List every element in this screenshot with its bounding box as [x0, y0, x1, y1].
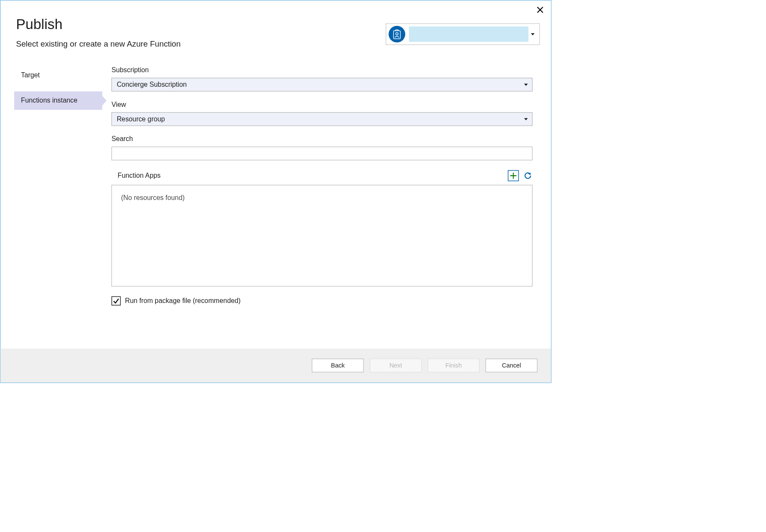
check-icon [113, 297, 120, 304]
function-apps-header: Function Apps [112, 170, 532, 181]
run-from-package-checkbox[interactable]: Run from package file (recommended) [112, 296, 532, 306]
function-apps-empty-text: (No resources found) [121, 194, 185, 202]
refresh-icon [523, 171, 532, 180]
chevron-down-icon [524, 83, 528, 85]
sidebar-item-label: Target [21, 71, 40, 79]
view-dropdown[interactable]: Resource group [112, 112, 532, 126]
sidebar-item-label: Functions instance [21, 97, 77, 105]
account-name-mask [409, 26, 528, 42]
function-apps-label: Function Apps [118, 172, 160, 180]
wizard-sidebar: Target Functions instance [0, 66, 102, 334]
add-function-app-button[interactable] [508, 170, 519, 181]
svg-point-3 [396, 32, 398, 35]
next-button: Next [370, 359, 422, 373]
subscription-dropdown[interactable]: Concierge Subscription [112, 78, 532, 91]
checkbox-box [112, 296, 121, 306]
search-input[interactable] [112, 147, 532, 160]
chevron-down-icon [524, 118, 528, 120]
search-label: Search [112, 135, 532, 143]
finish-button: Finish [428, 359, 479, 373]
run-from-package-label: Run from package file (recommended) [125, 297, 240, 305]
dialog-footer: Back Next Finish Cancel [0, 349, 551, 382]
publish-dialog: Publish Select existing or create a new … [0, 0, 552, 383]
function-apps-list[interactable]: (No resources found) [112, 185, 532, 287]
form-area: Subscription Concierge Subscription View… [102, 66, 551, 334]
plus-icon [509, 172, 518, 180]
close-icon[interactable] [537, 6, 544, 15]
sidebar-item-target[interactable]: Target [14, 66, 102, 85]
sidebar-item-functions-instance[interactable]: Functions instance [14, 91, 102, 110]
account-picker[interactable] [386, 24, 540, 45]
badge-icon [389, 26, 405, 42]
chevron-down-icon [531, 33, 535, 35]
view-label: View [112, 100, 532, 109]
back-button[interactable]: Back [312, 359, 364, 373]
subscription-value: Concierge Subscription [117, 81, 187, 89]
dialog-body: Target Functions instance Subscription C… [0, 66, 551, 334]
refresh-button[interactable] [523, 171, 532, 180]
cancel-button[interactable]: Cancel [485, 359, 537, 373]
subscription-label: Subscription [112, 66, 532, 74]
view-value: Resource group [117, 115, 165, 123]
